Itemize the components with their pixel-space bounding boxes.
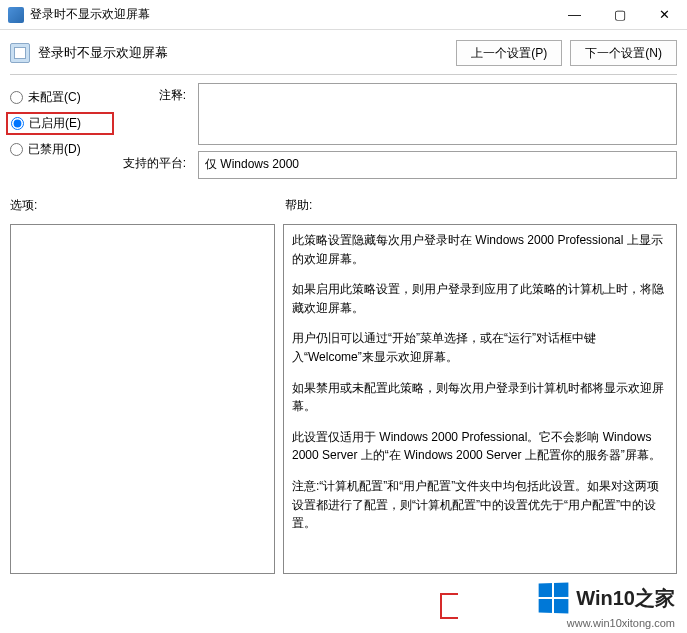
help-p2: 如果启用此策略设置，则用户登录到应用了此策略的计算机上时，将隐藏欢迎屏幕。 bbox=[292, 280, 668, 317]
help-panel[interactable]: 此策略设置隐藏每次用户登录时在 Windows 2000 Professiona… bbox=[283, 224, 677, 574]
radio-not-configured[interactable]: 未配置(C) bbox=[10, 89, 110, 106]
radio-enabled[interactable]: 已启用(E) bbox=[6, 112, 114, 135]
radio-not-configured-label: 未配置(C) bbox=[28, 89, 81, 106]
lower-labels: 选项: 帮助: bbox=[0, 197, 687, 214]
next-setting-button[interactable]: 下一个设置(N) bbox=[570, 40, 677, 66]
close-button[interactable]: ✕ bbox=[642, 0, 687, 29]
watermark: Win10之家 bbox=[534, 581, 679, 615]
minimize-button[interactable]: — bbox=[552, 0, 597, 29]
watermark-brand: Win10之家 bbox=[576, 585, 675, 612]
window-controls: — ▢ ✕ bbox=[552, 0, 687, 29]
supported-platforms: 仅 Windows 2000 bbox=[198, 151, 677, 179]
radio-enabled-label: 已启用(E) bbox=[29, 115, 81, 132]
policy-name: 登录时不显示欢迎屏幕 bbox=[38, 44, 448, 62]
help-p4: 如果禁用或未配置此策略，则每次用户登录到计算机时都将显示欢迎屏幕。 bbox=[292, 379, 668, 416]
help-p1: 此策略设置隐藏每次用户登录时在 Windows 2000 Professiona… bbox=[292, 231, 668, 268]
help-label: 帮助: bbox=[285, 197, 312, 214]
help-p5: 此设置仅适用于 Windows 2000 Professional。它不会影响 … bbox=[292, 428, 668, 465]
policy-header: 登录时不显示欢迎屏幕 上一个设置(P) 下一个设置(N) bbox=[0, 30, 687, 72]
radio-disabled[interactable]: 已禁用(D) bbox=[10, 141, 110, 158]
config-area: 未配置(C) 已启用(E) 已禁用(D) 注释: 支持的平台: 仅 Window… bbox=[0, 83, 687, 179]
radio-disabled-label: 已禁用(D) bbox=[28, 141, 81, 158]
options-label: 选项: bbox=[10, 197, 285, 214]
annotation-mark bbox=[440, 593, 458, 619]
window-title: 登录时不显示欢迎屏幕 bbox=[30, 6, 552, 23]
radio-not-configured-input[interactable] bbox=[10, 91, 23, 104]
help-p6: 注意:“计算机配置”和“用户配置”文件夹中均包括此设置。如果对这两项设置都进行了… bbox=[292, 477, 668, 533]
separator bbox=[10, 74, 677, 75]
titlebar: 登录时不显示欢迎屏幕 — ▢ ✕ bbox=[0, 0, 687, 30]
options-panel bbox=[10, 224, 275, 574]
watermark-url: www.win10xitong.com bbox=[567, 617, 675, 629]
comment-textarea[interactable] bbox=[198, 83, 677, 145]
help-p3: 用户仍旧可以通过“开始”菜单选择，或在“运行”对话框中键入“Welcome”来显… bbox=[292, 329, 668, 366]
radio-enabled-input[interactable] bbox=[11, 117, 24, 130]
app-icon bbox=[8, 7, 24, 23]
previous-setting-button[interactable]: 上一个设置(P) bbox=[456, 40, 562, 66]
lower-panels: 此策略设置隐藏每次用户登录时在 Windows 2000 Professiona… bbox=[0, 214, 687, 584]
windows-logo-icon bbox=[539, 582, 569, 613]
maximize-button[interactable]: ▢ bbox=[597, 0, 642, 29]
state-radio-group: 未配置(C) 已启用(E) 已禁用(D) bbox=[10, 83, 110, 179]
radio-disabled-input[interactable] bbox=[10, 143, 23, 156]
comment-label: 注释: bbox=[114, 83, 194, 145]
policy-icon bbox=[10, 43, 30, 63]
supported-platforms-text: 仅 Windows 2000 bbox=[205, 157, 299, 171]
supported-label: 支持的平台: bbox=[114, 145, 194, 179]
